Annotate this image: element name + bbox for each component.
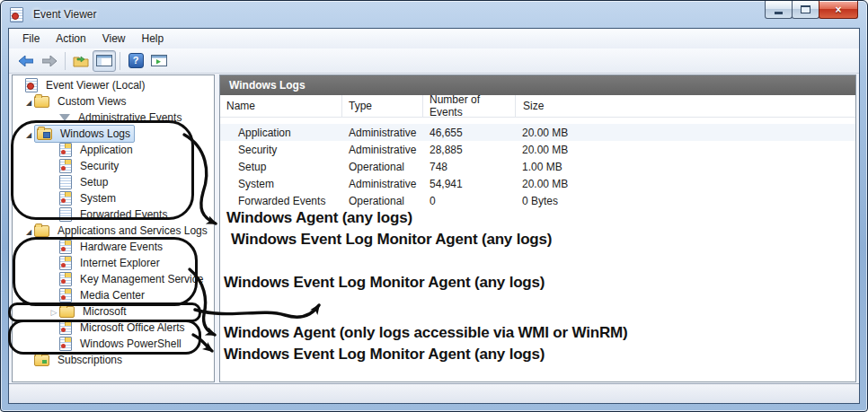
tree-item-system[interactable]: System	[13, 190, 214, 206]
back-arrow-icon	[19, 56, 33, 66]
tree-item-label: Event Viewer (Local)	[42, 77, 149, 93]
console-tree-toggle-button[interactable]	[93, 50, 116, 72]
table-header-row: Name Type Number of Events Size	[220, 95, 855, 118]
cell-name: Forwarded Events	[220, 195, 342, 207]
tree-item-key-management-service[interactable]: Key Management Service	[13, 271, 214, 287]
tree-item-label: System	[76, 190, 120, 206]
tree-item-custom-views[interactable]: Custom Views	[13, 93, 214, 110]
tree-item-microsoft[interactable]: Microsoft	[13, 303, 214, 320]
tree-item-hardware-events[interactable]: Hardware Events	[13, 239, 214, 255]
maximize-button[interactable]	[792, 1, 819, 19]
table-row-setup[interactable]: Setup Operational 748 1.00 MB	[220, 158, 855, 175]
cell-size: 20.00 MB	[516, 144, 855, 156]
help-button[interactable]: ?	[124, 50, 147, 72]
expanded-triangle-icon[interactable]	[23, 95, 34, 108]
console-tree: Event Viewer (Local) Custom Views Admini…	[12, 75, 215, 382]
table-row-security[interactable]: Security Administrative 28,885 20.00 MB	[220, 141, 855, 158]
event-log-icon	[59, 288, 72, 302]
annotation-monitor-agent-any-logs-3: Windows Event Log Monitor Agent (any log…	[224, 346, 545, 364]
folder-icon	[34, 225, 49, 237]
column-header-size[interactable]: Size	[516, 95, 855, 117]
tree-item-label: Media Center	[76, 287, 148, 303]
maximize-icon	[801, 5, 810, 13]
statusbar	[9, 383, 859, 403]
console-tree-toggle-icon	[96, 55, 112, 66]
menu-action[interactable]: Action	[48, 31, 93, 47]
annotation-monitor-agent-any-logs-2: Windows Event Log Monitor Agent (any log…	[224, 274, 545, 292]
event-log-icon	[59, 159, 72, 173]
tree-item-label: Setup	[76, 174, 111, 190]
minimize-button[interactable]	[765, 1, 793, 19]
tree-item-label: Hardware Events	[76, 239, 166, 255]
minimize-icon	[775, 12, 783, 14]
tree-item-microsoft-office-alerts[interactable]: Microsoft Office Alerts	[13, 320, 214, 336]
event-log-icon	[59, 191, 72, 206]
cell-events: 748	[423, 161, 516, 173]
menu-file[interactable]: File	[14, 31, 48, 47]
tree-item-security[interactable]: Security	[13, 158, 214, 174]
tree-item-applications-and-services-logs[interactable]: Applications and Services Logs	[13, 223, 214, 239]
menu-view[interactable]: View	[94, 31, 134, 47]
cell-name: Setup	[220, 161, 342, 173]
cell-name: Security	[220, 144, 342, 156]
folder-icon	[59, 306, 75, 318]
tree-item-label: Application	[76, 142, 137, 158]
forward-arrow-icon	[42, 56, 57, 66]
toolbar-separator	[65, 52, 66, 70]
event-viewer-icon	[25, 78, 38, 92]
tree-item-internet-explorer[interactable]: Internet Explorer	[13, 255, 214, 271]
menu-help[interactable]: Help	[134, 31, 173, 47]
tree-item-label: Forwarded Events	[76, 206, 171, 223]
help-icon: ?	[128, 53, 144, 68]
export-button[interactable]	[69, 50, 93, 72]
expanded-triangle-icon[interactable]	[23, 127, 34, 140]
collapsed-triangle-icon[interactable]	[49, 305, 59, 318]
back-button[interactable]	[14, 50, 38, 72]
table-row-system[interactable]: System Administrative 54,941 20.00 MB	[220, 175, 855, 192]
tree-item-label: Custom Views	[54, 93, 129, 110]
tree-item-media-center[interactable]: Media Center	[13, 287, 214, 303]
tree-item-forwarded-events[interactable]: Forwarded Events	[13, 206, 214, 223]
tree-item-label: Applications and Services Logs	[54, 223, 211, 239]
toolbar-separator	[120, 52, 120, 70]
expanded-triangle-icon[interactable]	[23, 224, 34, 237]
forward-button[interactable]	[38, 50, 61, 72]
cell-type: Operational	[342, 195, 423, 207]
tree-item-event-viewer-local[interactable]: Event Viewer (Local)	[13, 77, 214, 93]
tree-item-label: Subscriptions	[54, 352, 126, 368]
column-header-number-of-events[interactable]: Number of Events	[423, 95, 516, 117]
menubar: File Action View Help	[9, 29, 859, 49]
tree-item-label: Microsoft Office Alerts	[76, 320, 188, 336]
event-log-icon	[59, 143, 72, 157]
cell-events: 46,655	[423, 127, 516, 139]
close-button[interactable]: ×	[819, 1, 858, 19]
tree-item-application[interactable]: Application	[13, 142, 214, 158]
tree-item-administrative-events[interactable]: Administrative Events	[13, 110, 214, 126]
annotation-windows-agent-wmi-winrm: Windows Agent (only logs accessible via …	[224, 324, 627, 342]
tree-item-windows-powershell[interactable]: Windows PowerShell	[13, 336, 214, 352]
results-pane-title: Windows Logs	[220, 75, 855, 95]
cell-type: Administrative	[342, 178, 423, 190]
log-icon	[59, 175, 72, 189]
titlebar: Event Viewer ×	[1, 1, 867, 28]
cell-name: Application	[220, 127, 342, 139]
action-pane-button[interactable]	[147, 50, 171, 72]
cell-type: Administrative	[342, 144, 423, 156]
table-row-forwarded-events[interactable]: Forwarded Events Operational 0 0 Bytes	[220, 192, 855, 209]
event-log-icon	[59, 337, 72, 351]
tree-item-subscriptions[interactable]: Subscriptions	[13, 352, 214, 368]
cell-size: 0 Bytes	[516, 195, 855, 207]
event-log-icon	[59, 256, 72, 270]
cell-size: 20.00 MB	[516, 127, 855, 139]
column-header-name[interactable]: Name	[220, 95, 342, 117]
selected-tree-item: Windows Logs	[34, 125, 135, 143]
tree-item-label: Windows PowerShell	[76, 336, 185, 352]
cell-size: 20.00 MB	[516, 178, 855, 190]
tree-item-label: Microsoft	[79, 303, 130, 320]
column-header-type[interactable]: Type	[342, 95, 423, 117]
table-row-application[interactable]: Application Administrative 46,655 20.00 …	[220, 124, 855, 141]
tree-item-label: Security	[76, 158, 122, 174]
tree-item-setup[interactable]: Setup	[13, 174, 214, 190]
tree-item-windows-logs[interactable]: Windows Logs	[13, 126, 214, 142]
event-log-icon	[59, 320, 72, 335]
